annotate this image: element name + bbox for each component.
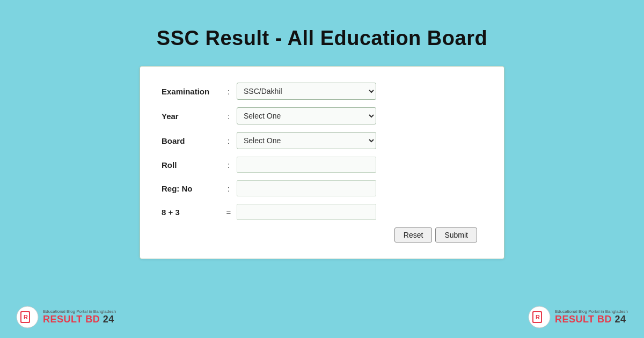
year-select[interactable]: Select One 2023 2022 2021 2020 2019	[237, 107, 376, 124]
board-row: Board : Select One Dhaka Chittagong Rajs…	[162, 132, 477, 149]
examination-label: Examination	[162, 87, 221, 96]
examination-colon: :	[221, 87, 237, 96]
logo-text-left: Educational Blog Portal in Bangladesh RE…	[43, 309, 116, 325]
logo-icon-left: R	[16, 306, 39, 328]
logo-icon-right: R	[528, 306, 551, 328]
logo-text-right: Educational Blog Portal in Bangladesh RE…	[555, 309, 628, 325]
roll-input[interactable]	[237, 157, 376, 173]
examination-select[interactable]: SSC/Dakhil SSC Vocational Dakhil Vocatio…	[237, 83, 376, 100]
page-title: SSC Result - All Education Board	[157, 27, 487, 50]
regno-row: Reg: No :	[162, 180, 477, 196]
regno-input[interactable]	[237, 180, 376, 196]
logo-left: R Educational Blog Portal in Bangladesh …	[16, 306, 116, 328]
regno-control	[237, 180, 477, 196]
captcha-input[interactable]	[237, 204, 376, 220]
roll-row: Roll :	[162, 157, 477, 173]
logo-right: R Educational Blog Portal in Bangladesh …	[528, 306, 628, 328]
svg-text:R: R	[24, 314, 28, 320]
year-colon: :	[221, 112, 237, 121]
roll-colon: :	[221, 160, 237, 170]
form-card: Examination : SSC/Dakhil SSC Vocational …	[140, 66, 504, 259]
captcha-row: 8 + 3 =	[162, 204, 477, 220]
svg-text:R: R	[536, 314, 540, 320]
submit-button[interactable]: Submit	[435, 227, 477, 243]
year-row: Year : Select One 2023 2022 2021 2020 20…	[162, 107, 477, 124]
board-control: Select One Dhaka Chittagong Rajshahi Jes…	[237, 132, 477, 149]
examination-row: Examination : SSC/Dakhil SSC Vocational …	[162, 83, 477, 100]
year-label: Year	[162, 112, 221, 121]
board-colon: :	[221, 136, 237, 145]
reset-button[interactable]: Reset	[394, 227, 433, 243]
bottom-logos: R Educational Blog Portal in Bangladesh …	[0, 306, 644, 328]
logo-brand-text-right: RESULT BD 24	[555, 314, 626, 325]
roll-label: Roll	[162, 160, 221, 170]
board-select[interactable]: Select One Dhaka Chittagong Rajshahi Jes…	[237, 132, 376, 149]
logo-brand-text-left: RESULT RESULT BD 24BD 24	[43, 314, 114, 325]
roll-control	[237, 157, 477, 173]
captcha-label: 8 + 3	[162, 208, 221, 217]
regno-colon: :	[221, 184, 237, 193]
year-control: Select One 2023 2022 2021 2020 2019	[237, 107, 477, 124]
examination-control: SSC/Dakhil SSC Vocational Dakhil Vocatio…	[237, 83, 477, 100]
board-label: Board	[162, 136, 221, 145]
button-row: Reset Submit	[162, 227, 477, 243]
regno-label: Reg: No	[162, 184, 221, 193]
captcha-equals: =	[221, 208, 237, 217]
